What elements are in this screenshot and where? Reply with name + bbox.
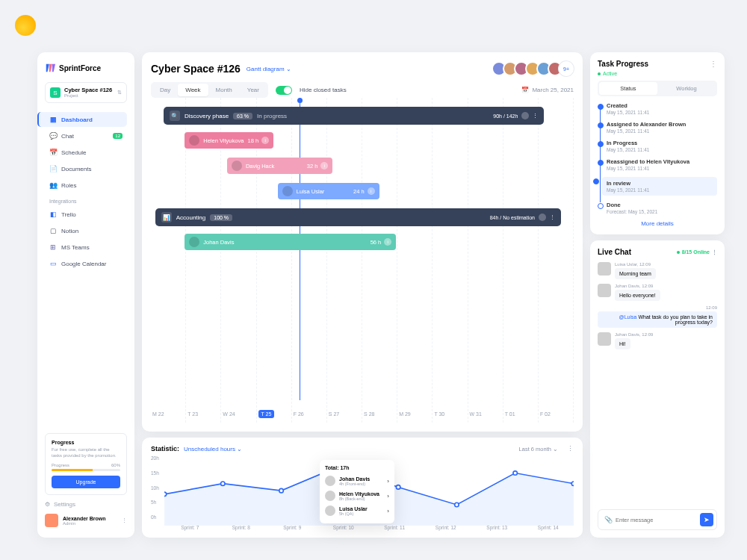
progress-tabs: Status Worklog: [598, 81, 717, 96]
svg-point-4: [396, 485, 400, 489]
trello-icon: ◧: [49, 211, 57, 218]
svg-point-5: [455, 503, 459, 506]
nav-trello[interactable]: ◧Trello: [45, 207, 127, 222]
live-chat-panel: Live Chat8/15 Online ⋮ Luisa Uslar, 12:0…: [590, 240, 725, 538]
more-details-button[interactable]: More details: [598, 220, 717, 227]
sidebar: SprintForce S Cyber Space #126 Project ⇅…: [37, 52, 134, 538]
project-selector[interactable]: S Cyber Space #126 Project ⇅: [45, 82, 127, 103]
toggle-label: Hide closed tasks: [300, 87, 347, 93]
more-icon[interactable]: ⋮: [567, 445, 574, 452]
nav-chat[interactable]: 💬Chat12: [45, 128, 127, 143]
nav-gcal[interactable]: ▭Google Calendar: [45, 256, 127, 271]
avatar: [282, 186, 293, 196]
nav-notion[interactable]: ▢Notion: [45, 223, 127, 238]
seg-day[interactable]: Day: [152, 84, 178, 96]
gear-icon: ⚙: [45, 501, 50, 508]
gantt-phase[interactable]: 🔍 Discovery phase 63 % In progress 90h /…: [164, 107, 544, 125]
nav-roles[interactable]: 👥Roles: [45, 178, 127, 193]
gcal-icon: ▭: [49, 260, 57, 267]
info-icon: i: [261, 137, 269, 144]
more-icon[interactable]: ⋮: [550, 214, 555, 220]
brand: SprintForce: [45, 63, 127, 73]
avatar: [325, 476, 335, 486]
more-icon[interactable]: ⋮: [122, 517, 127, 523]
seg-month[interactable]: Month: [208, 84, 240, 96]
chat-badge: 12: [113, 133, 123, 139]
nav-msteams[interactable]: ⊞MS Teams: [45, 240, 127, 255]
info-icon: i: [368, 187, 375, 195]
search-icon: 🔍: [170, 111, 180, 121]
attachment-icon[interactable]: 📎: [601, 516, 616, 523]
info-icon: i: [384, 238, 391, 246]
seg-year[interactable]: Year: [240, 84, 267, 96]
calendar-icon: 📅: [521, 87, 529, 93]
nav-documents[interactable]: 📄Documents: [45, 161, 127, 176]
hide-closed-toggle[interactable]: [276, 86, 292, 95]
more-icon[interactable]: ⋮: [533, 113, 538, 119]
brand-name: SprintForce: [59, 64, 101, 72]
user-block[interactable]: Alexander BrownAdmin ⋮: [45, 514, 127, 527]
more-icon[interactable]: ⋮: [710, 60, 717, 68]
chevron-right-icon: ›: [387, 493, 389, 500]
avatar: [232, 161, 242, 171]
task-progress-panel: Task Progress⋮ Active Status Worklog Cre…: [590, 52, 725, 234]
stat-title: Statistic:: [151, 445, 179, 452]
info-icon: i: [320, 162, 328, 169]
stat-metric-dropdown[interactable]: Unscheduled hours ⌄: [184, 446, 242, 452]
tooltip-row[interactable]: Johan Davis4h (Front-end)›: [325, 473, 389, 488]
upgrade-desc: For free use, complete all the tasks pro…: [52, 447, 120, 459]
timeline: CreatedMay 15, 2021 11:41Assigned to Ale…: [598, 102, 717, 214]
timeframe-segment: Day Week Month Year: [151, 82, 268, 98]
gantt-task[interactable]: Luisa Uslar24 hi: [278, 183, 379, 199]
tooltip-row[interactable]: Luisa Uslar5h (QA)›: [325, 503, 389, 518]
nav-schedule[interactable]: 📅Schedule: [45, 145, 127, 160]
collaborators: 9+: [495, 61, 574, 76]
online-status: 8/15 Online: [682, 249, 710, 255]
panel-title: Task Progress: [598, 60, 648, 68]
integrations-label: Integrations: [45, 199, 127, 204]
nav-dashboard[interactable]: ▦Dashboard: [37, 112, 127, 127]
svg-point-0: [164, 492, 167, 496]
roles-icon: 👥: [49, 181, 57, 189]
header: Cyber Space #126 Gantt diagram ⌄ 9+: [151, 61, 574, 76]
gantt-phase[interactable]: 📊 Accounting 100 % 84h / No estimation⋮: [155, 208, 561, 226]
upgrade-card: Progress For free use, complete all the …: [45, 433, 127, 495]
date-picker[interactable]: 📅March 25, 2021: [521, 87, 574, 93]
clock-icon: [521, 112, 529, 119]
chevron-right-icon: ›: [387, 508, 389, 514]
gantt-task[interactable]: Johan Davis56 hi: [185, 234, 396, 250]
user-name: Alexander Brown: [63, 516, 106, 521]
chevron-right-icon: ›: [387, 478, 389, 485]
send-button[interactable]: ➤: [700, 513, 713, 526]
gantt-task[interactable]: Davig Hack32 hi: [227, 158, 333, 174]
more-icon[interactable]: ⋮: [712, 249, 717, 255]
avatar: [325, 491, 335, 501]
chart-tooltip: Total: 17h Johan Davis4h (Front-end)› He…: [320, 460, 394, 523]
stat-range-dropdown[interactable]: Last 6 month ⌄: [519, 446, 558, 452]
panel-title: Live Chat: [598, 248, 631, 256]
gantt-task[interactable]: Helen Vityukova18 hi: [185, 132, 273, 149]
svg-point-6: [513, 471, 517, 475]
tab-worklog[interactable]: Worklog: [657, 82, 716, 95]
svg-point-7: [571, 482, 574, 485]
chat-input-row: 📎 ➤: [598, 509, 717, 530]
view-selector[interactable]: Gantt diagram ⌄: [247, 66, 291, 72]
avatar: [189, 135, 199, 146]
tooltip-total: Total: 17h: [325, 465, 389, 470]
seg-week[interactable]: Week: [178, 84, 208, 96]
tooltip-row[interactable]: Helen Vityukova8h (Back-end)›: [325, 488, 389, 503]
gantt-chart: 🔍 Discovery phase 63 % In progress 90h /…: [151, 98, 574, 423]
calendar-icon: 📅: [49, 149, 57, 156]
chat-input[interactable]: [616, 517, 700, 523]
upgrade-button[interactable]: Upgrade: [52, 476, 120, 488]
settings-link[interactable]: ⚙Settings: [45, 501, 127, 508]
project-name: Cyber Space #126: [64, 87, 112, 93]
tab-status[interactable]: Status: [599, 82, 657, 95]
avatar-more[interactable]: 9+: [559, 61, 574, 76]
statistic-panel: Statistic: Unscheduled hours ⌄ Last 6 mo…: [142, 438, 583, 538]
chat-icon: 💬: [49, 132, 57, 140]
avatar: [45, 514, 58, 527]
chevron-updown-icon: ⇅: [117, 90, 122, 96]
dashboard-icon: ▦: [49, 116, 57, 123]
toolbar: Day Week Month Year Hide closed tasks 📅M…: [151, 82, 574, 98]
